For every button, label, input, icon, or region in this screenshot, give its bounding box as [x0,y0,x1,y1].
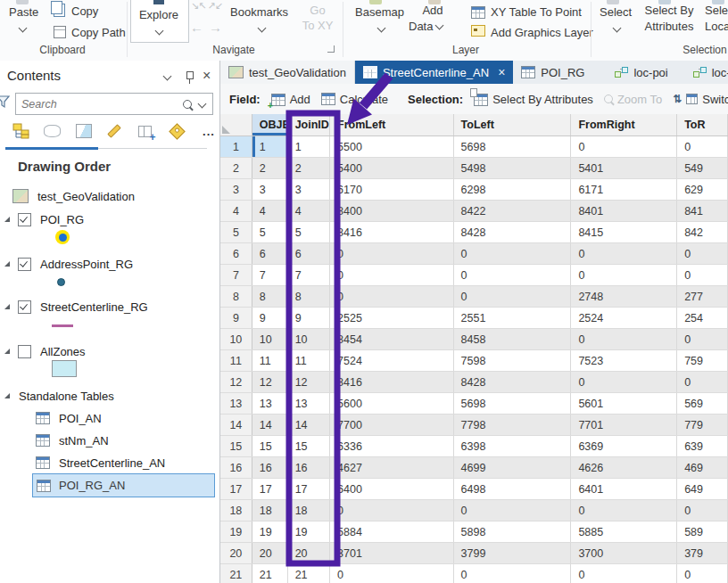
table-item-stnm-an[interactable]: stNm_AN [0,430,218,451]
table-cell[interactable]: 0 [677,136,728,157]
table-cell[interactable]: 0 [677,265,728,285]
table-cell[interactable]: 8400 [330,201,453,221]
table-cell[interactable]: 0 [677,243,728,264]
table-cell[interactable]: 8428 [454,372,572,392]
table-cell[interactable]: 7798 [454,415,572,435]
table-cell[interactable]: 5600 [330,393,453,414]
next-extent-icon[interactable]: → [209,20,222,35]
table-cell[interactable]: 5 [252,222,288,242]
search-chevron-icon[interactable] [198,100,207,109]
table-cell[interactable]: 20 [288,543,330,563]
select-by-attributes-button[interactable]: Select By [637,4,701,17]
copy-path-button[interactable]: Copy Path [71,26,126,39]
table-cell[interactable]: 4 [288,201,330,221]
copy-button[interactable]: Copy [71,4,98,18]
layer-checkbox[interactable] [18,345,31,358]
table-cell[interactable]: 19 [288,521,330,542]
switch-selection-button[interactable]: ⇅ Switch [673,93,728,106]
table-cell[interactable]: 0 [571,372,677,392]
paste-button[interactable]: Paste [9,5,38,19]
table-cell[interactable]: 15 [288,436,330,456]
table-cell[interactable]: 13 [252,393,288,414]
table-cell[interactable]: 649 [677,479,728,499]
row-number-cell[interactable]: 14 [220,415,252,435]
add-graphics-layer-button[interactable]: Add Graphics Layer [491,26,593,39]
row-number-cell[interactable]: 12 [220,372,252,392]
expand-triangle-icon[interactable] [4,261,10,267]
table-cell[interactable]: 6 [252,243,288,264]
add-data-button[interactable]: Add [412,4,453,17]
tab-poi-rg[interactable]: POI_RG [513,61,592,84]
table-cell[interactable]: 0 [454,243,572,264]
table-cell[interactable]: 3701 [330,543,453,563]
row-number-cell[interactable]: 16 [220,457,252,478]
row-number-cell[interactable]: 21 [220,564,252,583]
row-number-cell[interactable]: 9 [220,308,252,328]
table-cell[interactable]: 21 [288,564,330,583]
table-cell[interactable]: 9 [288,308,330,328]
table-cell[interactable]: 4627 [330,457,453,478]
table-cell[interactable]: 629 [677,179,728,200]
zoom-extent-icons[interactable]: ↘↖ ↗↙ [191,0,222,12]
table-cell[interactable]: 8454 [330,329,453,349]
list-by-data-source-icon[interactable] [41,121,62,141]
row-number-cell[interactable]: 13 [220,393,252,414]
table-cell[interactable]: 5498 [454,158,572,178]
table-cell[interactable]: 10 [252,329,288,349]
select-by-attributes-button[interactable]: Select By Attributes [474,92,593,106]
table-cell[interactable]: 779 [677,415,728,435]
table-cell[interactable]: 18 [252,500,288,521]
filter-funnel-icon[interactable] [0,94,11,111]
table-cell[interactable]: 7523 [571,350,677,371]
allzones-symbol[interactable] [52,360,77,377]
table-cell[interactable]: 5 [288,222,330,242]
table-item-streetcenterline-an[interactable]: StreetCenterline_AN [0,452,218,473]
expand-triangle-icon[interactable] [4,349,10,354]
table-cell[interactable]: 5884 [330,521,453,542]
table-cell[interactable]: 16 [288,457,330,478]
expand-triangle-icon[interactable] [4,304,10,309]
table-cell[interactable]: 759 [677,350,728,371]
table-cell[interactable]: 5698 [454,393,572,414]
table-cell[interactable]: 0 [677,564,728,583]
row-number-cell[interactable]: 6 [220,243,252,264]
table-cell[interactable]: 1 [252,136,288,157]
xy-table-to-point-button[interactable]: XY Table To Point [491,5,582,19]
table-cell[interactable]: 6170 [330,179,453,200]
table-cell[interactable]: 19 [252,521,288,542]
table-cell[interactable]: 277 [677,286,728,307]
zoom-to-button[interactable]: Zoom To [604,93,662,106]
table-cell[interactable]: 842 [677,222,728,242]
table-cell[interactable]: 7 [288,265,330,285]
table-cell[interactable]: 8458 [454,329,572,349]
layer-checkbox[interactable] [18,258,31,271]
select-by-attributes-button-line2[interactable]: Attributes [637,20,701,33]
table-cell[interactable]: 17 [252,479,288,499]
table-cell[interactable]: 16 [252,457,288,478]
table-cell[interactable]: 6401 [571,479,677,499]
expand-triangle-icon[interactable] [4,393,10,398]
explore-button[interactable]: Explore [130,0,189,43]
table-cell[interactable]: 6498 [454,479,572,499]
table-cell[interactable]: 6171 [571,179,677,200]
row-number-cell[interactable]: 20 [220,543,252,563]
table-cell[interactable]: 6298 [454,179,572,200]
table-cell[interactable]: 0 [571,243,677,264]
table-cell[interactable]: 0 [677,500,728,521]
addresspoint-rg-symbol[interactable] [57,278,65,286]
tab-loc-poi[interactable]: loc-poi [607,61,675,84]
table-cell[interactable]: 14 [252,415,288,435]
table-cell[interactable]: 4699 [454,457,572,478]
layer-item-poi-rg[interactable]: POI_RG [0,209,218,230]
table-cell[interactable]: 7598 [454,350,572,371]
row-number-cell[interactable]: 15 [220,436,252,456]
table-cell[interactable]: 5500 [330,136,453,157]
table-cell[interactable]: 589 [677,521,728,542]
column-header-tor[interactable]: ToR [677,114,728,135]
close-tab-icon[interactable]: × [498,67,505,78]
table-cell[interactable]: 0 [677,372,728,392]
column-header-joinid[interactable]: JoinID [288,114,330,135]
layer-checkbox[interactable] [18,300,31,314]
table-cell[interactable]: 17 [288,479,330,499]
table-cell[interactable]: 549 [677,158,728,178]
